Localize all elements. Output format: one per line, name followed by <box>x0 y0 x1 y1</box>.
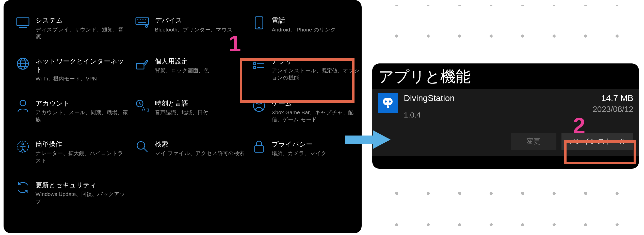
settings-cat-title: 検索 <box>155 140 245 148</box>
app-size: 14.7 MB <box>593 93 633 103</box>
svg-rect-21 <box>254 66 256 69</box>
svg-rect-17 <box>254 59 256 61</box>
settings-cat-desc: アカウント、メール、同期、職場、家族 <box>36 109 128 123</box>
settings-cat-text: アカウント アカウント、メール、同期、職場、家族 <box>36 99 128 123</box>
svg-rect-2 <box>136 18 149 24</box>
settings-cat-title: 個人用設定 <box>155 57 245 65</box>
app-info-right: 14.7 MB 2023/08/12 <box>593 93 633 119</box>
settings-cat-title: 時刻と言語 <box>155 99 245 108</box>
globe-icon <box>16 57 30 71</box>
settings-cat-phone[interactable]: 電話 Android、iPhone のリンク <box>250 13 364 43</box>
lock-icon <box>252 140 266 154</box>
settings-cat-title: ゲーム <box>272 99 362 108</box>
svg-point-37 <box>389 100 391 103</box>
app-name: DivingStation <box>404 93 455 103</box>
modify-button: 変更 <box>511 133 556 150</box>
svg-rect-35 <box>383 98 393 105</box>
settings-cat-text: 個人用設定 背景、ロック画面、色 <box>155 57 245 74</box>
windows-settings-panel: システム ディスプレイ、サウンド、通知、電源 デバイス Bluetooth、プリ… <box>4 0 362 233</box>
settings-cat-text: 更新とセキュリティ Windows Update、回復、バックアップ <box>36 180 128 205</box>
svg-text:A字: A字 <box>142 106 149 112</box>
svg-line-32 <box>144 148 148 152</box>
svg-rect-0 <box>17 18 29 25</box>
settings-cat-search[interactable]: 検索 マイ ファイル、アクセス許可の検索 <box>133 137 247 167</box>
svg-rect-33 <box>255 146 263 152</box>
xbox-icon <box>252 99 266 113</box>
settings-cat-desc: Xbox Game Bar、キャプチャ、配信、ゲーム モード <box>272 109 362 123</box>
settings-cat-desc: 背景、ロック画面、色 <box>155 67 245 74</box>
settings-cat-desc: 音声認識、地域、日付 <box>155 109 245 116</box>
settings-cat-title: 簡単操作 <box>36 140 128 148</box>
settings-cat-title: アカウント <box>36 99 128 108</box>
settings-cat-title: ネットワークとインターネット <box>36 57 128 74</box>
phone-icon <box>252 16 266 30</box>
app-row-top: DivingStation 1.0.4 14.7 MB 2023/08/12 <box>378 93 633 119</box>
svg-point-31 <box>137 142 145 149</box>
settings-cat-desc: ナレーター、拡大鏡、ハイコントラスト <box>36 150 128 164</box>
time-language-icon: A字 <box>135 99 149 113</box>
apps-features-panel: アプリと機能 DivingStation 1.0.4 14.7 MB 2023/… <box>372 63 639 169</box>
app-version: 1.0.4 <box>404 111 455 119</box>
settings-cat-text: 電話 Android、iPhone のリンク <box>272 16 362 33</box>
settings-cat-title: システム <box>36 16 128 25</box>
settings-cat-ease-of-access[interactable]: 簡単操作 ナレーター、拡大鏡、ハイコントラスト <box>14 137 131 167</box>
app-buttons: 変更 アンインストール <box>378 133 633 150</box>
settings-cat-desc: 場所、カメラ、マイク <box>272 150 362 157</box>
svg-rect-38 <box>387 105 389 108</box>
uninstall-button[interactable]: アンインストール <box>561 133 633 150</box>
settings-cat-desc: マイ ファイル、アクセス許可の検索 <box>155 150 245 157</box>
svg-rect-16 <box>136 63 144 69</box>
settings-cat-desc: Android、iPhone のリンク <box>272 26 362 33</box>
svg-point-23 <box>20 100 26 106</box>
app-icon-divingstation <box>378 93 398 113</box>
settings-cat-apps[interactable]: アプリ アンインストール、既定値、オプションの機能 <box>250 54 364 85</box>
app-row-divingstation[interactable]: DivingStation 1.0.4 14.7 MB 2023/08/12 変… <box>372 89 639 156</box>
svg-point-8 <box>146 25 148 27</box>
settings-cat-desc: ディスプレイ、サウンド、通知、電源 <box>36 26 128 41</box>
apps-list-icon <box>252 57 266 71</box>
settings-cat-desc: アンインストール、既定値、オプションの機能 <box>272 67 362 81</box>
svg-marker-34 <box>345 130 391 149</box>
settings-cat-title: 更新とセキュリティ <box>36 181 128 189</box>
settings-cat-text: 時刻と言語 音声認識、地域、日付 <box>155 99 245 116</box>
arrow-icon <box>345 129 391 150</box>
settings-cat-title: アプリ <box>272 57 362 65</box>
settings-cat-title: デバイス <box>155 16 245 25</box>
svg-rect-19 <box>254 63 256 65</box>
settings-cat-accounts[interactable]: アカウント アカウント、メール、同期、職場、家族 <box>14 96 131 126</box>
settings-cat-system[interactable]: システム ディスプレイ、サウンド、通知、電源 <box>14 13 131 43</box>
settings-cat-text: システム ディスプレイ、サウンド、通知、電源 <box>36 16 128 40</box>
svg-line-26 <box>140 104 141 105</box>
settings-cat-text: 簡単操作 ナレーター、拡大鏡、ハイコントラスト <box>36 140 128 164</box>
settings-grid: システム ディスプレイ、サウンド、通知、電源 デバイス Bluetooth、プリ… <box>14 13 351 208</box>
svg-point-28 <box>253 100 265 111</box>
app-date: 2023/08/12 <box>593 105 633 114</box>
search-icon <box>135 140 149 154</box>
settings-cat-update-security[interactable]: 更新とセキュリティ Windows Update、回復、バックアップ <box>14 177 131 208</box>
settings-cat-time-language[interactable]: A字 時刻と言語 音声認識、地域、日付 <box>133 96 247 126</box>
paintbrush-icon <box>135 57 149 71</box>
settings-cat-text: 検索 マイ ファイル、アクセス許可の検索 <box>155 140 245 157</box>
settings-cat-desc: Wi-Fi、機内モード、VPN <box>36 75 128 82</box>
apps-features-header: アプリと機能 <box>372 63 639 89</box>
settings-cat-title: 電話 <box>272 16 362 25</box>
person-icon <box>16 99 30 113</box>
svg-point-30 <box>22 143 24 145</box>
display-icon <box>16 16 30 30</box>
keyboard-icon <box>135 16 149 30</box>
accessibility-icon <box>16 140 30 154</box>
settings-cat-personalization[interactable]: 個人用設定 背景、ロック画面、色 <box>133 54 247 85</box>
svg-point-36 <box>385 100 387 103</box>
settings-cat-text: ネットワークとインターネット Wi-Fi、機内モード、VPN <box>36 57 128 82</box>
settings-cat-desc: Windows Update、回復、バックアップ <box>36 191 128 205</box>
app-info-left: DivingStation 1.0.4 <box>404 93 455 119</box>
step-number-1: 1 <box>229 30 241 56</box>
settings-cat-network[interactable]: ネットワークとインターネット Wi-Fi、機内モード、VPN <box>14 54 131 85</box>
step-number-2: 2 <box>573 113 585 139</box>
settings-cat-text: ゲーム Xbox Game Bar、キャプチャ、配信、ゲーム モード <box>272 99 362 123</box>
settings-cat-text: アプリ アンインストール、既定値、オプションの機能 <box>272 57 362 81</box>
sync-icon <box>16 180 30 195</box>
settings-cat-gaming[interactable]: ゲーム Xbox Game Bar、キャプチャ、配信、ゲーム モード <box>250 96 364 126</box>
app-info: DivingStation 1.0.4 14.7 MB 2023/08/12 <box>404 93 633 119</box>
